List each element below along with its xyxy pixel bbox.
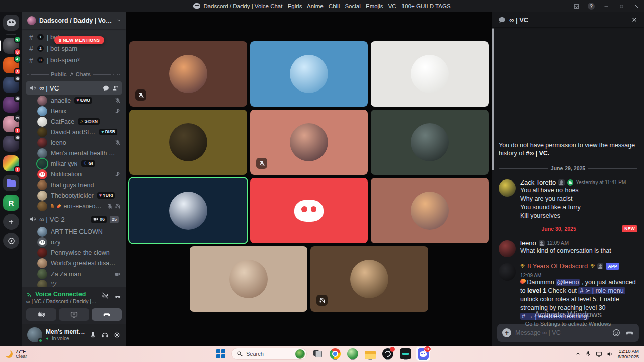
server-icon[interactable]: R [3,195,19,211]
voice-member-row[interactable]: ozy [22,237,126,247]
discord-taskbar-icon[interactable]: 9+ [416,347,430,361]
voice-member-row[interactable]: Thebootytickler♥YURI [22,190,126,201]
server-icon[interactable] [3,97,19,113]
tray-mic-icon[interactable] [585,351,591,357]
invite-members-icon[interactable] [112,85,119,92]
disconnect-button[interactable] [114,292,122,300]
open-chat-icon[interactable] [103,85,109,92]
home-button[interactable] [3,15,19,31]
voice-member-row[interactable]: mikar ᶌᴠɴ☾GI [22,158,126,169]
voice-member-row[interactable]: Za Za man [22,268,126,279]
voice-member-row[interactable]: David-LandStar-Op 1♥DISB [22,127,126,137]
tray-chevron-icon[interactable] [575,351,581,357]
mic-button[interactable] [89,331,97,339]
server-icon[interactable] [3,136,19,152]
server-icon[interactable]: 1 [3,116,19,132]
headphones-button[interactable] [101,331,109,339]
message-avatar[interactable] [499,263,516,281]
channel-row[interactable]: # 3 | bot-spam³ [26,54,122,66]
server-icon[interactable]: 1 [3,155,19,171]
message-row[interactable]: leeno12:09 AMWhat kind of conversation i… [499,239,637,257]
message-avatar[interactable] [499,240,516,257]
video-tile[interactable] [129,178,247,243]
voice-member-row[interactable]: ʜᴏᴛ-ʜᴇᴀᴅᴇᴅ ʜᴇᴅɢᴇ... [22,201,126,211]
video-tile[interactable] [310,246,428,312]
green-app-icon[interactable] [346,347,360,361]
file-explorer-icon[interactable] [363,347,377,361]
video-tile[interactable] [190,246,307,312]
video-tile[interactable] [250,178,368,243]
emoji-button[interactable] [612,329,620,337]
noise-suppression-button[interactable] [101,292,109,300]
video-tile[interactable] [371,110,489,175]
channel-link[interactable]: # → | enable-streaming [520,313,589,320]
voice-member-row[interactable]: ART THE CLOWN [22,226,126,237]
server-icon[interactable]: 3 [3,57,19,73]
tray-volume-icon[interactable] [607,351,613,357]
voice-status[interactable]: Voice Connected [26,291,97,298]
author-name[interactable]: 8 Years Of Dadscord [527,262,588,270]
help-button[interactable]: ? [584,0,599,12]
voice-member-row[interactable]: Men's mental health month [22,148,126,158]
explore-button[interactable] [3,233,19,249]
message-avatar[interactable] [499,179,516,197]
voice-member-row[interactable]: Pennywise the clown [22,247,126,258]
voice-channel-vc[interactable]: ∞ | VC [26,81,122,95]
voice-member-row[interactable]: World's greatest disaster [22,258,126,268]
attach-button[interactable]: + [502,328,511,337]
video-tile[interactable] [250,110,368,175]
minimize-button[interactable] [599,0,614,12]
message-row[interactable]: Zack TorettoYesterday at 11:41 PMYou all… [499,178,637,220]
new-mentions-badge[interactable]: 8 NEW MENTIONS [54,36,104,44]
screenshare-button[interactable] [59,308,89,321]
voice-member-row[interactable]: Nidification [22,169,126,179]
channel-row[interactable]: # 2 | bot-spam [26,43,122,54]
author-name[interactable]: leeno [520,239,536,247]
add-server-button[interactable] [3,214,19,230]
video-tile[interactable] [371,178,489,243]
server-icon[interactable] [3,175,19,191]
voice-member-row[interactable]: anaelle♥UwU [22,95,126,106]
author-name[interactable]: Zack Toretto [520,178,556,186]
message-input[interactable]: + Message ∞ | VC [497,324,639,342]
voice-member-row[interactable]: ツ [22,279,126,287]
message-row[interactable]: ❉8 Years Of Dadscord❉APP12:09 AM Dammmn … [499,262,637,321]
weather-widget[interactable]: 77°F Clear [0,349,27,359]
voice-member-row[interactable]: leeno [22,137,126,148]
message-list[interactable]: You do not have permission to view the m… [492,27,644,321]
start-button[interactable] [214,347,228,361]
task-view-button[interactable] [310,347,325,361]
server-icon[interactable] [3,77,19,93]
dark-app-icon[interactable] [398,347,413,361]
video-tile[interactable] [371,41,489,107]
chat-scrollbar[interactable] [492,28,494,170]
voice-member-row[interactable]: that guys friend [22,179,126,190]
server-icon[interactable]: 8 [3,38,19,54]
inbox-icon[interactable] [569,0,584,12]
video-tile[interactable] [129,110,247,175]
settings-button[interactable] [113,331,121,339]
chrome-icon[interactable] [328,347,342,361]
clock[interactable]: 12:10 AM 6/30/2025 [618,348,639,359]
video-tile[interactable] [250,41,368,107]
voice-channel-vc2[interactable]: ∞ | VC 2 06 25 [26,213,122,226]
channel-list[interactable]: 8 NEW MENTIONS # 1 | bot-spam # 2 | bot-… [22,29,126,287]
mention-pill[interactable]: @leeno [556,279,580,286]
close-chat-button[interactable] [631,16,638,23]
channel-link[interactable]: # ≻ | role-menu [578,287,625,294]
voice-channel-path[interactable]: ∞ | VC / Dadscord / Daddy | Voice Chat •… [26,298,97,304]
video-tile[interactable] [129,41,247,107]
close-button[interactable] [629,0,644,12]
activities-gift-button[interactable] [625,329,634,337]
obs-icon[interactable] [381,347,395,361]
camera-button[interactable] [26,308,56,321]
activities-button[interactable] [92,308,122,321]
user-avatar[interactable] [27,327,42,342]
voice-member-row[interactable]: CatFace⚡S@RN [22,116,126,127]
tray-network-icon[interactable] [596,351,602,357]
server-header[interactable]: Dadscord / Daddy | Voice Chat... [22,12,126,29]
voice-member-row[interactable]: Benix [22,106,126,116]
maximize-button[interactable] [614,0,629,12]
search-box[interactable]: Search [231,348,307,360]
category-row[interactable]: Public Chats [27,68,121,81]
